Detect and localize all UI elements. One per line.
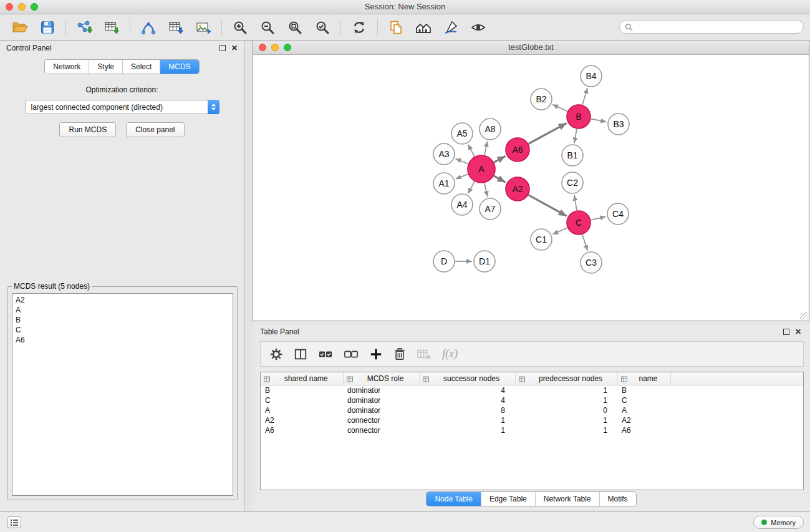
table-tab-node-table[interactable]: Node Table [427,492,481,506]
network-edge-B-B1[interactable] [574,129,577,143]
column-header-name[interactable]: name [617,372,670,385]
network-edge-A-A8[interactable] [485,142,488,155]
network-edge-A-A1[interactable] [456,174,468,179]
import-network-button[interactable] [70,16,98,39]
close-panel-icon[interactable]: ✕ [231,44,238,52]
search-box[interactable] [619,20,804,34]
manage-documents-button[interactable] [382,16,410,39]
table-settings-button[interactable] [269,347,283,361]
mcds-result-item[interactable]: A6 [16,335,229,345]
optimization-dropdown[interactable]: largest connected component (directed) [25,100,219,114]
network-edge-A-A7[interactable] [485,183,488,196]
show-columns-button[interactable] [294,347,307,361]
close-network-window-button[interactable] [259,44,266,51]
network-canvas[interactable]: B4B2BB3A5A8A6B1A3AA1C2A2A4A7C4CC1C3DD1 [253,55,809,321]
network-node-A5[interactable]: A5 [451,123,473,144]
memory-button[interactable]: Memory [753,516,804,529]
network-node-B4[interactable]: B4 [581,65,602,87]
annotation-button[interactable] [437,16,465,39]
minimize-network-window-button[interactable] [271,44,279,51]
network-edge-A-A2[interactable] [494,176,506,182]
zoom-network-window-button[interactable] [284,44,291,51]
network-edge-C-C1[interactable] [552,228,567,235]
mcds-result-item[interactable]: A2 [16,295,229,305]
network-graph[interactable]: B4B2BB3A5A8A6B1A3AA1C2A2A4A7C4CC1C3DD1 [253,55,809,321]
network-node-A3[interactable]: A3 [433,143,455,165]
close-table-panel-icon[interactable]: ✕ [795,328,801,336]
save-session-button[interactable] [34,16,61,39]
network-node-A8[interactable]: A8 [480,118,501,140]
home-button[interactable] [410,16,437,39]
network-node-C3[interactable]: C3 [581,252,602,273]
network-edge-A-A5[interactable] [468,145,475,157]
table-row[interactable]: A2connector11A2 [261,415,803,425]
network-edge-C-C3[interactable] [582,235,587,251]
network-edge-B-B2[interactable] [552,104,567,111]
tab-mcds[interactable]: MCDS [160,60,198,74]
tab-select[interactable]: Select [123,60,160,74]
zoom-selected-button[interactable] [309,16,336,39]
network-node-C2[interactable]: C2 [562,172,583,193]
resize-grip[interactable] [800,312,808,320]
column-header-successor-nodes[interactable]: successor nodes [419,372,515,385]
network-edge-B-B3[interactable] [591,119,607,122]
table-row[interactable]: Cdominator41C [261,395,803,405]
import-table-button[interactable] [98,16,125,39]
tab-network[interactable]: Network [45,60,89,74]
column-header-MCDS-role[interactable]: MCDS role [343,372,419,385]
float-panel-icon[interactable] [219,45,226,51]
network-node-B1[interactable]: B1 [562,145,583,166]
network-edge-A-A4[interactable] [468,181,475,193]
zoom-window-button[interactable] [31,3,38,11]
new-table-button[interactable] [162,16,190,39]
mcds-result-list[interactable]: A2ABCA6 [12,293,233,496]
show-task-history-button[interactable] [7,516,21,528]
mcds-result-item[interactable]: B [16,315,229,325]
close-panel-button[interactable]: Close panel [126,122,184,137]
network-node-B2[interactable]: B2 [531,89,552,110]
network-node-D1[interactable]: D1 [474,251,495,272]
network-node-C[interactable]: C [567,211,591,235]
network-node-D[interactable]: D [433,251,455,272]
open-file-button[interactable] [6,16,34,39]
network-node-B[interactable]: B [567,105,591,128]
run-mcds-button[interactable]: Run MCDS [59,122,116,137]
mcds-result-item[interactable]: C [16,325,229,335]
network-node-A2[interactable]: A2 [506,177,529,201]
network-edge-C-C2[interactable] [574,195,577,210]
column-header-predecessor-nodes[interactable]: predecessor nodes [515,372,617,385]
table-row[interactable]: Adominator80A [261,405,803,415]
network-edge-C-C4[interactable] [591,216,606,220]
zoom-in-button[interactable] [226,16,254,39]
network-edge-B-B4[interactable] [582,88,587,105]
network-node-A[interactable]: A [468,155,495,183]
table-row[interactable]: A6connector11A6 [261,425,803,435]
zoom-out-button[interactable] [254,16,281,39]
close-window-button[interactable] [6,3,13,11]
add-column-button[interactable] [369,347,383,361]
network-edge-A6-B[interactable] [529,123,567,143]
network-node-A1[interactable]: A1 [433,173,455,194]
table-tab-network-table[interactable]: Network Table [536,492,600,506]
network-node-C4[interactable]: C4 [607,203,629,225]
new-network-button[interactable] [135,16,162,39]
tab-style[interactable]: Style [89,60,123,74]
network-node-A7[interactable]: A7 [480,198,501,220]
minimize-window-button[interactable] [18,3,26,11]
column-header-shared-name[interactable]: shared name [261,372,343,385]
zoom-fit-button[interactable] [281,16,309,39]
show-hide-panels-button[interactable] [465,16,492,39]
table-tab-edge-table[interactable]: Edge Table [481,492,536,506]
float-table-panel-icon[interactable] [783,329,789,335]
table-tab-motifs[interactable]: Motifs [600,492,636,506]
table-row[interactable]: Bdominator41B [261,385,803,396]
select-all-button[interactable] [318,347,333,361]
deselect-all-button[interactable] [344,347,359,361]
network-node-C1[interactable]: C1 [531,229,552,250]
network-node-B3[interactable]: B3 [608,114,629,135]
delete-column-button[interactable] [393,347,406,361]
network-node-A4[interactable]: A4 [451,194,473,215]
network-node-A6[interactable]: A6 [506,138,529,162]
mcds-result-item[interactable]: A [16,305,229,315]
export-image-button[interactable] [190,16,217,39]
